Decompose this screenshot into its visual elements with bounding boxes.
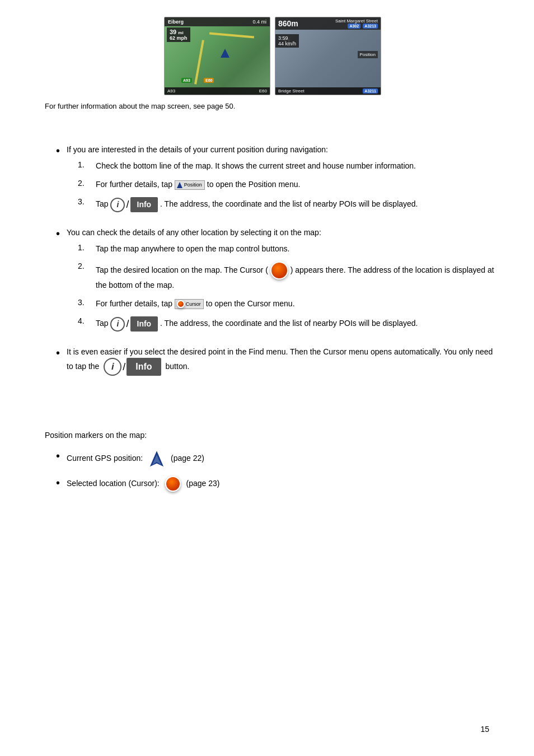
ordered-item-1-2: 2. For further details, tap Position to … [78, 179, 500, 190]
cursor-label: Selected location (Cursor): (page 23) [67, 479, 219, 488]
content-2-4: Tap i / Info . The address, the coordina… [96, 316, 500, 332]
content-1-1: Check the bottom line of the map. It sho… [96, 160, 500, 172]
section1: • If you are interested in the details o… [45, 144, 500, 376]
slash-2: / [126, 316, 129, 332]
bullet-dot-cursor: • [56, 476, 60, 489]
gps-content: Current GPS position: (page 22) [67, 449, 500, 468]
position-markers-section: Position markers on the map: • Current G… [45, 430, 500, 492]
num-1-3: 3. [78, 197, 89, 206]
ordered-list-2: 1. Tap the map anywhere to open the map … [78, 243, 500, 332]
num-2-4: 4. [78, 316, 89, 325]
bottom-badge: A3211 [363, 88, 378, 94]
map-right: 860m Saint Margaret Street A302 A3213 ↰ … [275, 17, 381, 95]
speed2-display: 62 mph [170, 35, 188, 41]
bullet-text-1: If you are interested in the details of … [67, 144, 500, 156]
gps-position-item: • Current GPS position: (page 22) [45, 449, 500, 468]
right-badge: A302 A3213 [335, 24, 378, 29]
info-circle-btn-2[interactable]: i [110, 317, 125, 332]
gps-marker-icon [148, 449, 165, 468]
position-markers-title: Position markers on the map: [45, 430, 500, 441]
road-badge-a93: A93 [181, 74, 192, 83]
position-label: Position [358, 51, 378, 58]
num-1-2: 2. [78, 179, 89, 188]
info-label-1[interactable]: Info [130, 197, 158, 212]
position-btn-label: Position [184, 181, 202, 189]
bullet-item-1: • If you are interested in the details o… [45, 144, 500, 219]
map-city: Eiberg [168, 19, 184, 25]
content-2-3: For further details, tap Cursor to open … [96, 298, 500, 310]
bullet-content-2: You can check the details of any other l… [67, 227, 500, 338]
position-button[interactable]: Position [175, 180, 205, 190]
bullet-item-3: • It is even easier if you select the de… [45, 346, 500, 376]
bottom-street: Bridge Street [278, 88, 305, 94]
map-position-marker [221, 48, 229, 58]
speed-display: 39 mi [170, 29, 188, 35]
content-1-3: Tap i / Info . The address, the coordina… [96, 197, 500, 212]
bullet-text-2: You can check the details of any other l… [67, 227, 500, 239]
ordered-item-2-4: 4. Tap i / Info . The address, the coord… [78, 316, 500, 332]
road-badge-e60: E60 [204, 74, 214, 83]
bullet-dot-3: • [56, 346, 60, 360]
cursor-icon-1 [270, 262, 288, 279]
ordered-item-2-3: 3. For further details, tap Cursor to op… [78, 298, 500, 310]
num-1-1: 1. [78, 160, 89, 169]
right-speed: 860m [278, 19, 298, 28]
content-2-2: Tap the desired location on the map. The… [96, 262, 500, 291]
bullet-dot-gps: • [56, 449, 60, 463]
ordered-item-1-1: 1. Check the bottom line of the map. It … [78, 160, 500, 172]
cursor-item: • Selected location (Cursor): (page 23) [45, 476, 500, 492]
bullet-text-3: It is even easier if you select the desi… [67, 346, 500, 376]
map-images: Eiberg 0.4 mi 39 mi 62 mph A93 E60 [45, 17, 500, 95]
num-2-1: 1. [78, 243, 89, 252]
slash-1: / [126, 197, 129, 212]
content-1-2: For further details, tap Position to ope… [96, 179, 500, 190]
map-left: Eiberg 0.4 mi 39 mi 62 mph A93 E60 [164, 17, 270, 95]
info-icon-group-3: i / Info [104, 358, 161, 376]
eta-panel: 3:59 44 km/h [275, 34, 299, 48]
position-arrow-icon [177, 182, 182, 188]
gps-label: Current GPS position: (page 22) [67, 454, 204, 463]
num-2-2: 2. [78, 262, 89, 270]
content-2-1: Tap the map anywhere to open the map con… [96, 243, 500, 255]
info-circle-btn-3[interactable]: i [104, 358, 121, 376]
info-label-3[interactable]: Info [127, 358, 161, 376]
right-street: Saint Margaret Street [335, 18, 378, 24]
bullet-content-1: If you are interested in the details of … [67, 144, 500, 219]
page-container: Eiberg 0.4 mi 39 mi 62 mph A93 E60 [45, 17, 500, 492]
bullet-item-2: • You can check the details of any other… [45, 227, 500, 338]
num-2-3: 3. [78, 298, 89, 307]
cursor-btn-label: Cursor [186, 301, 201, 309]
cursor-content: Selected location (Cursor): (page 23) [67, 476, 500, 492]
map-caption: For further information about the map sc… [45, 102, 500, 110]
bottom-road2: E60 [259, 88, 267, 94]
cursor-btn-icon [177, 300, 185, 308]
info-circle-btn-1[interactable]: i [110, 198, 125, 212]
info-icon-group-2: i / Info [110, 316, 158, 332]
info-icon-group-1: i / Info [110, 197, 158, 212]
cursor-button[interactable]: Cursor [175, 299, 204, 309]
ordered-item-2-2: 2. Tap the desired location on the map. … [78, 262, 500, 291]
ordered-item-1-3: 3. Tap i / Info . The address, the coord… [78, 197, 500, 212]
map-speed-info: 0.4 mi [252, 19, 266, 25]
bullet-dot-1: • [56, 144, 60, 157]
info-label-2[interactable]: Info [130, 316, 158, 332]
bullet-content-3: It is even easier if you select the desi… [67, 346, 500, 376]
bullet-dot-2: • [56, 227, 60, 240]
bottom-road1: A93 [167, 88, 175, 94]
slash-3: / [123, 360, 125, 375]
page-number: 15 [480, 725, 489, 734]
cursor-marker-icon [165, 476, 181, 492]
ordered-list-1: 1. Check the bottom line of the map. It … [78, 160, 500, 212]
ordered-item-2-1: 1. Tap the map anywhere to open the map … [78, 243, 500, 255]
position-markers-list: • Current GPS position: (page 22) [45, 449, 500, 492]
